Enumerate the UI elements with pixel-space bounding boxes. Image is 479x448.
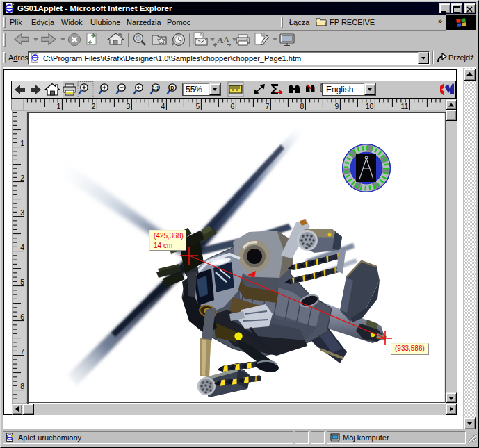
svg-text:1: 1 xyxy=(57,102,61,110)
svg-text:7: 7 xyxy=(266,102,270,110)
svg-text:D: D xyxy=(170,85,174,91)
svg-text:A: A xyxy=(224,35,229,43)
svg-text:1:1: 1:1 xyxy=(152,85,159,90)
svg-text:10: 10 xyxy=(366,102,374,110)
svg-text:3: 3 xyxy=(127,102,131,110)
svg-text:4: 4 xyxy=(161,102,165,110)
svg-text:8: 8 xyxy=(300,102,305,110)
svg-text:2: 2 xyxy=(92,102,96,110)
svg-text:5: 5 xyxy=(196,102,200,110)
svg-text:9: 9 xyxy=(335,102,339,110)
svg-text:A: A xyxy=(217,35,224,45)
svg-text:11: 11 xyxy=(400,102,408,110)
svg-text:6: 6 xyxy=(231,102,235,110)
